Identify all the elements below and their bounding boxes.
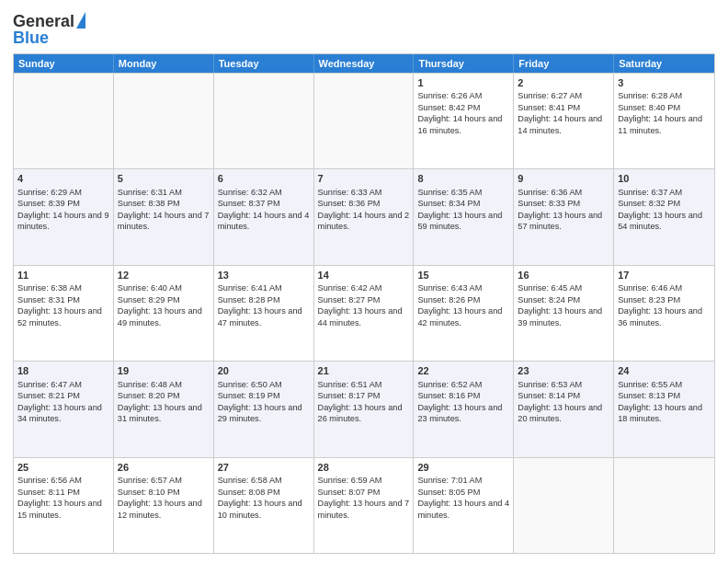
day-info: Sunrise: 6:56 AM Sunset: 8:11 PM Dayligh… bbox=[17, 476, 102, 519]
day-number: 17 bbox=[618, 269, 711, 282]
calendar-cell-17: 17Sunrise: 6:46 AM Sunset: 8:23 PM Dayli… bbox=[614, 266, 714, 361]
day-info: Sunrise: 6:31 AM Sunset: 8:38 PM Dayligh… bbox=[118, 188, 210, 231]
calendar-cell-27: 27Sunrise: 6:58 AM Sunset: 8:08 PM Dayli… bbox=[214, 458, 314, 553]
day-number: 9 bbox=[518, 172, 609, 186]
calendar-cell-13: 13Sunrise: 6:41 AM Sunset: 8:28 PM Dayli… bbox=[214, 266, 314, 361]
calendar-cell-11: 11Sunrise: 6:38 AM Sunset: 8:31 PM Dayli… bbox=[14, 266, 114, 361]
day-number: 15 bbox=[417, 269, 509, 282]
calendar-cell-12: 12Sunrise: 6:40 AM Sunset: 8:29 PM Dayli… bbox=[114, 266, 214, 361]
weekday-header-thursday: Thursday bbox=[414, 54, 514, 73]
day-number: 29 bbox=[417, 461, 509, 475]
day-number: 11 bbox=[17, 269, 109, 282]
calendar-cell-10: 10Sunrise: 6:37 AM Sunset: 8:32 PM Dayli… bbox=[614, 169, 714, 264]
calendar-cell-22: 22Sunrise: 6:52 AM Sunset: 8:16 PM Dayli… bbox=[414, 362, 514, 456]
calendar-cell-16: 16Sunrise: 6:45 AM Sunset: 8:24 PM Dayli… bbox=[514, 266, 614, 361]
calendar-cell-1: 1Sunrise: 6:26 AM Sunset: 8:42 PM Daylig… bbox=[414, 74, 514, 168]
day-info: Sunrise: 6:57 AM Sunset: 8:10 PM Dayligh… bbox=[118, 476, 202, 519]
day-info: Sunrise: 6:45 AM Sunset: 8:24 PM Dayligh… bbox=[518, 283, 602, 327]
day-info: Sunrise: 6:47 AM Sunset: 8:21 PM Dayligh… bbox=[17, 380, 102, 423]
day-info: Sunrise: 6:32 AM Sunset: 8:37 PM Dayligh… bbox=[218, 188, 310, 231]
day-info: Sunrise: 6:41 AM Sunset: 8:28 PM Dayligh… bbox=[218, 283, 302, 327]
day-number: 7 bbox=[318, 172, 410, 186]
day-number: 28 bbox=[318, 461, 410, 475]
day-info: Sunrise: 6:38 AM Sunset: 8:31 PM Dayligh… bbox=[17, 283, 102, 327]
calendar-body: 1Sunrise: 6:26 AM Sunset: 8:42 PM Daylig… bbox=[14, 73, 714, 553]
day-number: 10 bbox=[618, 172, 711, 186]
day-info: Sunrise: 6:27 AM Sunset: 8:41 PM Dayligh… bbox=[518, 91, 602, 134]
calendar-cell-15: 15Sunrise: 6:43 AM Sunset: 8:26 PM Dayli… bbox=[414, 266, 514, 361]
calendar-cell-24: 24Sunrise: 6:55 AM Sunset: 8:13 PM Dayli… bbox=[614, 362, 714, 456]
day-info: Sunrise: 6:59 AM Sunset: 8:07 PM Dayligh… bbox=[318, 476, 410, 519]
day-number: 25 bbox=[17, 461, 109, 475]
calendar: SundayMondayTuesdayWednesdayThursdayFrid… bbox=[13, 53, 715, 554]
calendar-cell-23: 23Sunrise: 6:53 AM Sunset: 8:14 PM Dayli… bbox=[514, 362, 614, 456]
calendar-cell-6: 6Sunrise: 6:32 AM Sunset: 8:37 PM Daylig… bbox=[214, 169, 314, 264]
day-info: Sunrise: 6:35 AM Sunset: 8:34 PM Dayligh… bbox=[417, 188, 502, 231]
day-info: Sunrise: 6:40 AM Sunset: 8:29 PM Dayligh… bbox=[118, 283, 202, 327]
calendar-header: SundayMondayTuesdayWednesdayThursdayFrid… bbox=[14, 54, 714, 73]
calendar-cell-8: 8Sunrise: 6:35 AM Sunset: 8:34 PM Daylig… bbox=[414, 169, 514, 264]
calendar-cell-4: 4Sunrise: 6:29 AM Sunset: 8:39 PM Daylig… bbox=[14, 169, 114, 264]
calendar-cell-14: 14Sunrise: 6:42 AM Sunset: 8:27 PM Dayli… bbox=[314, 266, 415, 361]
day-number: 6 bbox=[218, 172, 310, 186]
calendar-cell-26: 26Sunrise: 6:57 AM Sunset: 8:10 PM Dayli… bbox=[114, 458, 214, 553]
day-info: Sunrise: 6:58 AM Sunset: 8:08 PM Dayligh… bbox=[218, 476, 302, 519]
day-number: 23 bbox=[518, 364, 609, 378]
day-number: 1 bbox=[417, 76, 509, 90]
day-info: Sunrise: 6:48 AM Sunset: 8:20 PM Dayligh… bbox=[118, 380, 202, 423]
calendar-row-1: 4Sunrise: 6:29 AM Sunset: 8:39 PM Daylig… bbox=[14, 168, 714, 264]
day-number: 4 bbox=[17, 172, 109, 186]
calendar-cell-20: 20Sunrise: 6:50 AM Sunset: 8:19 PM Dayli… bbox=[214, 362, 314, 456]
day-number: 27 bbox=[218, 461, 310, 475]
day-number: 12 bbox=[118, 269, 210, 282]
day-info: Sunrise: 7:01 AM Sunset: 8:05 PM Dayligh… bbox=[417, 476, 509, 519]
calendar-cell-empty-0-0 bbox=[14, 74, 114, 168]
logo-blue: Blue bbox=[13, 29, 49, 48]
weekday-header-saturday: Saturday bbox=[614, 54, 714, 73]
weekday-header-monday: Monday bbox=[114, 54, 214, 73]
calendar-cell-9: 9Sunrise: 6:36 AM Sunset: 8:33 PM Daylig… bbox=[514, 169, 614, 264]
calendar-cell-25: 25Sunrise: 6:56 AM Sunset: 8:11 PM Dayli… bbox=[14, 458, 114, 553]
calendar-cell-28: 28Sunrise: 6:59 AM Sunset: 8:07 PM Dayli… bbox=[314, 458, 415, 553]
calendar-cell-29: 29Sunrise: 7:01 AM Sunset: 8:05 PM Dayli… bbox=[414, 458, 514, 553]
day-info: Sunrise: 6:51 AM Sunset: 8:17 PM Dayligh… bbox=[318, 380, 403, 423]
day-info: Sunrise: 6:28 AM Sunset: 8:40 PM Dayligh… bbox=[618, 91, 702, 134]
day-number: 14 bbox=[318, 269, 410, 282]
weekday-header-tuesday: Tuesday bbox=[214, 54, 314, 73]
day-info: Sunrise: 6:29 AM Sunset: 8:39 PM Dayligh… bbox=[17, 188, 109, 231]
calendar-row-2: 11Sunrise: 6:38 AM Sunset: 8:31 PM Dayli… bbox=[14, 265, 714, 361]
calendar-cell-21: 21Sunrise: 6:51 AM Sunset: 8:17 PM Dayli… bbox=[314, 362, 415, 456]
calendar-cell-5: 5Sunrise: 6:31 AM Sunset: 8:38 PM Daylig… bbox=[114, 169, 214, 264]
day-info: Sunrise: 6:46 AM Sunset: 8:23 PM Dayligh… bbox=[618, 283, 702, 327]
day-info: Sunrise: 6:36 AM Sunset: 8:33 PM Dayligh… bbox=[518, 188, 602, 231]
day-info: Sunrise: 6:50 AM Sunset: 8:19 PM Dayligh… bbox=[218, 380, 302, 423]
day-number: 21 bbox=[318, 364, 410, 378]
day-info: Sunrise: 6:37 AM Sunset: 8:32 PM Dayligh… bbox=[618, 188, 702, 231]
calendar-row-0: 1Sunrise: 6:26 AM Sunset: 8:42 PM Daylig… bbox=[14, 73, 714, 168]
calendar-cell-18: 18Sunrise: 6:47 AM Sunset: 8:21 PM Dayli… bbox=[14, 362, 114, 456]
day-number: 3 bbox=[618, 76, 711, 90]
day-info: Sunrise: 6:26 AM Sunset: 8:42 PM Dayligh… bbox=[417, 91, 502, 134]
weekday-header-friday: Friday bbox=[514, 54, 614, 73]
day-number: 24 bbox=[618, 364, 711, 378]
calendar-cell-19: 19Sunrise: 6:48 AM Sunset: 8:20 PM Dayli… bbox=[114, 362, 214, 456]
day-number: 5 bbox=[118, 172, 210, 186]
day-number: 13 bbox=[218, 269, 310, 282]
day-info: Sunrise: 6:53 AM Sunset: 8:14 PM Dayligh… bbox=[518, 380, 602, 423]
calendar-cell-empty-0-3 bbox=[314, 74, 415, 168]
weekday-header-sunday: Sunday bbox=[14, 54, 114, 73]
day-number: 2 bbox=[518, 76, 609, 90]
page: General Blue SundayMondayTuesdayWednesda… bbox=[0, 0, 728, 563]
day-number: 22 bbox=[417, 364, 509, 378]
day-number: 16 bbox=[518, 269, 609, 282]
logo: General Blue bbox=[13, 13, 85, 48]
calendar-cell-2: 2Sunrise: 6:27 AM Sunset: 8:41 PM Daylig… bbox=[514, 74, 614, 168]
header-area: General Blue bbox=[13, 9, 715, 48]
day-number: 18 bbox=[17, 364, 109, 378]
day-number: 8 bbox=[417, 172, 509, 186]
day-info: Sunrise: 6:55 AM Sunset: 8:13 PM Dayligh… bbox=[618, 380, 702, 423]
calendar-cell-empty-0-1 bbox=[114, 74, 214, 168]
day-number: 20 bbox=[218, 364, 310, 378]
logo-triangle-icon bbox=[76, 12, 85, 29]
calendar-cell-empty-4-5 bbox=[514, 458, 614, 553]
